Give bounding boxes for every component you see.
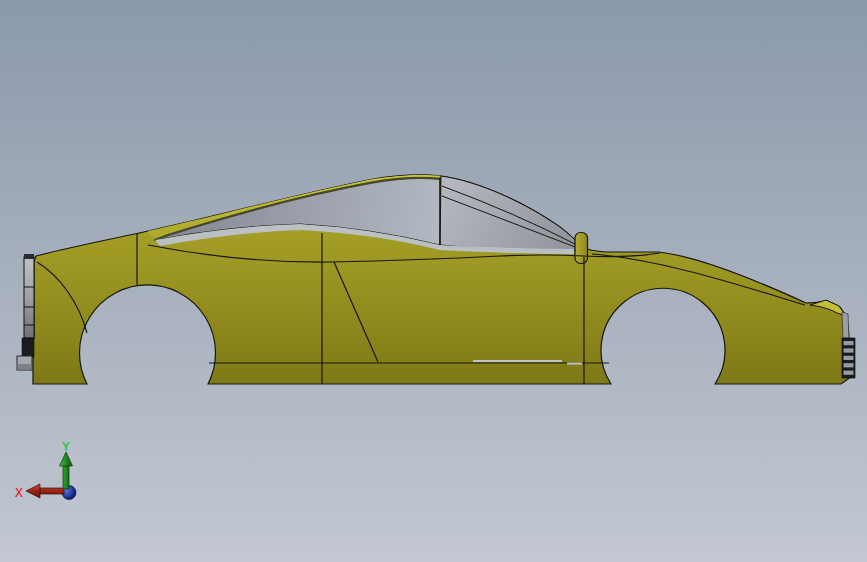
viewport-scene: X Y	[0, 0, 867, 562]
rear-gray-sliver	[842, 312, 849, 338]
b-pillar-post[interactable]	[575, 233, 588, 264]
front-grille-cap	[24, 254, 34, 259]
y-axis-label: Y	[62, 439, 70, 454]
cad-viewport[interactable]: X Y	[0, 0, 867, 562]
rear-vent-slats[interactable]	[842, 338, 855, 378]
front-grille-strip[interactable]	[24, 257, 34, 338]
car-model[interactable]	[17, 175, 855, 384]
front-bumper-block[interactable]	[22, 338, 34, 357]
front-lower-step-shadow	[18, 364, 32, 370]
orientation-triad: X Y	[15, 439, 76, 500]
x-axis-label: X	[15, 485, 23, 500]
front-grille-assembly[interactable]	[17, 254, 34, 370]
